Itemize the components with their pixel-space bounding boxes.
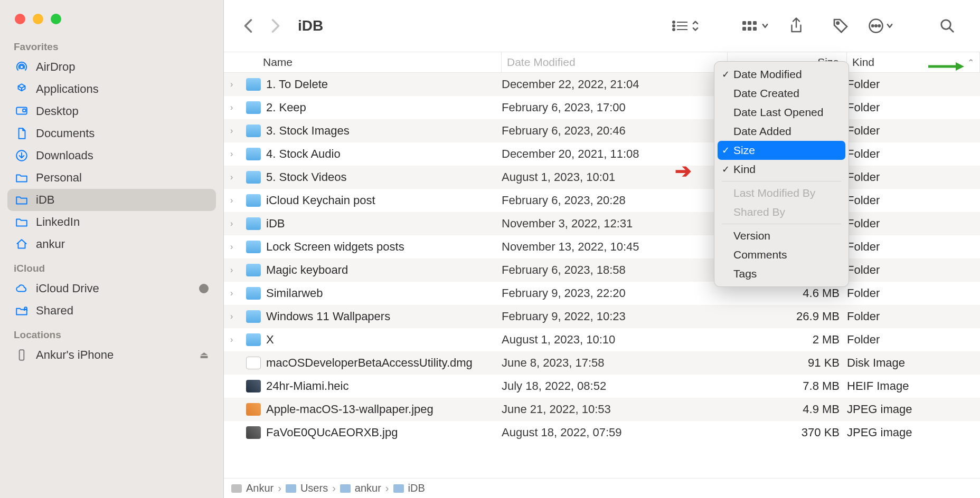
sidebar-item-icloud-drive[interactable]: iCloud Drive [7, 277, 216, 300]
sidebar-item-documents[interactable]: Documents [7, 122, 216, 145]
fullscreen-window-button[interactable] [51, 14, 61, 24]
file-row[interactable]: 24hr-Miami.heicJuly 18, 2022, 08:527.8 M… [224, 375, 980, 398]
menu-item-kind[interactable]: ✓Kind [718, 160, 845, 179]
sidebar-item-applications[interactable]: Applications [7, 78, 216, 100]
file-list[interactable]: ›1. To DeleteDecember 22, 2022, 21:049.9… [224, 73, 980, 478]
file-name: iCloud Keychain post [266, 194, 375, 207]
column-options-menu: ✓Date ModifiedDate CreatedDate Last Open… [714, 61, 849, 287]
file-row[interactable]: ›2. KeepFebruary 6, 2023, 17:00128 MBFol… [224, 96, 980, 119]
close-window-button[interactable] [15, 14, 25, 24]
disclosure-triangle-icon[interactable]: › [230, 149, 241, 159]
file-kind: Folder [847, 310, 980, 323]
disk-icon [231, 484, 242, 493]
path-segment[interactable]: iDB [393, 482, 425, 494]
file-row[interactable]: ›4. Stock AudioDecember 20, 2021, 11:081… [224, 142, 980, 166]
menu-separator [722, 224, 841, 224]
view-mode-switcher[interactable] [672, 18, 699, 33]
column-header-date-modified[interactable]: Date Modified [502, 52, 728, 72]
file-row[interactable]: ›3. Stock ImagesFebruary 6, 2023, 20:461… [224, 119, 980, 142]
menu-item-date-last-opened[interactable]: Date Last Opened [718, 103, 845, 122]
nav-forward-button[interactable] [267, 17, 284, 34]
file-date: June 8, 2023, 17:58 [502, 356, 728, 370]
nav-back-button[interactable] [240, 17, 257, 34]
file-name: Lock Screen widgets posts [266, 240, 404, 254]
column-header-name[interactable]: Name [224, 52, 502, 72]
group-by-button[interactable] [741, 19, 769, 33]
file-row[interactable]: macOSDeveloperBetaAccessUtility.dmgJune … [224, 351, 980, 375]
file-date: August 18, 2022, 07:59 [502, 426, 728, 439]
disclosure-triangle-icon[interactable]: › [230, 196, 241, 205]
sidebar-item-shared[interactable]: Shared [7, 300, 216, 322]
file-name: 3. Stock Images [266, 124, 350, 138]
file-name: 24hr-Miami.heic [266, 379, 349, 393]
sidebar-item-ankur-s-iphone[interactable]: Ankur's iPhone⏏ [7, 344, 216, 366]
sidebar-item-personal[interactable]: Personal [7, 167, 216, 189]
file-row[interactable]: ›XAugust 1, 2023, 10:102 MBFolder [224, 328, 980, 351]
sort-indicator-icon: ⌃ [967, 58, 974, 68]
disclosure-triangle-icon[interactable]: › [230, 335, 241, 344]
disclosure-triangle-icon[interactable]: › [230, 80, 241, 89]
menu-item-date-modified[interactable]: ✓Date Modified [718, 65, 845, 84]
sidebar-item-idb[interactable]: iDB [7, 189, 216, 211]
disclosure-triangle-icon[interactable]: › [230, 242, 241, 252]
menu-item-date-added[interactable]: Date Added [718, 122, 845, 141]
menu-item-comments[interactable]: Comments [718, 245, 845, 264]
desktop-icon [15, 104, 29, 118]
disclosure-triangle-icon[interactable]: › [230, 265, 241, 275]
file-size: 4.6 MB [728, 286, 847, 300]
folder-icon [246, 287, 261, 300]
tags-button[interactable] [829, 14, 852, 37]
folder-icon [246, 101, 261, 114]
menu-item-label: Comments [733, 248, 787, 261]
file-row[interactable]: ›iDBNovember 3, 2022, 12:3139.6 MBFolder [224, 212, 980, 235]
sidebar-item-downloads[interactable]: Downloads [7, 145, 216, 167]
file-row[interactable]: ›Windows 11 WallpapersFebruary 9, 2022, … [224, 305, 980, 328]
svg-point-7 [673, 25, 675, 27]
file-name: 5. Stock Videos [266, 170, 346, 184]
disclosure-triangle-icon[interactable]: › [230, 103, 241, 112]
menu-item-label: Tags [733, 267, 757, 280]
sidebar-item-ankur[interactable]: ankur [7, 233, 216, 255]
actions-button[interactable] [868, 18, 893, 34]
file-date: August 1, 2023, 10:01 [502, 170, 728, 184]
share-button[interactable] [785, 14, 808, 37]
file-row[interactable]: ›Lock Screen widgets postsNovember 13, 2… [224, 235, 980, 258]
svg-rect-17 [753, 27, 757, 31]
sidebar-item-linkedin[interactable]: LinkedIn [7, 211, 216, 233]
menu-item-size[interactable]: ✓Size [718, 141, 845, 160]
sidebar-item-desktop[interactable]: Desktop [7, 100, 216, 122]
menu-item-tags[interactable]: Tags [718, 264, 845, 283]
file-row[interactable]: ›iCloud Keychain postFebruary 6, 2023, 2… [224, 189, 980, 212]
svg-line-24 [949, 28, 953, 32]
path-segment[interactable]: Ankur [231, 482, 274, 494]
folder-icon [246, 148, 261, 160]
menu-item-version[interactable]: Version [718, 226, 845, 245]
search-button[interactable] [936, 14, 959, 37]
file-row[interactable]: Apple-macOS-13-wallpaper.jpegJune 21, 20… [224, 398, 980, 421]
menu-item-label: Last Modified By [733, 187, 815, 199]
toolbar: iDB [224, 0, 980, 52]
sidebar-item-label: iDB [36, 193, 54, 207]
eject-icon[interactable]: ⏏ [200, 349, 209, 361]
path-segment[interactable]: ankur [340, 482, 381, 494]
file-row[interactable]: ›1. To DeleteDecember 22, 2022, 21:049.9… [224, 73, 980, 96]
disclosure-triangle-icon[interactable]: › [230, 219, 241, 228]
disclosure-triangle-icon[interactable]: › [230, 173, 241, 182]
file-name: FaVoE0QUcAEORXB.jpg [266, 426, 398, 439]
sidebar-item-airdrop[interactable]: AirDrop [7, 56, 216, 78]
disclosure-triangle-icon[interactable]: › [230, 312, 241, 321]
disclosure-triangle-icon[interactable]: › [230, 126, 241, 136]
minimize-window-button[interactable] [33, 14, 43, 24]
airdrop-icon [15, 60, 29, 74]
file-row[interactable]: ›SimilarwebFebruary 9, 2023, 22:204.6 MB… [224, 282, 980, 305]
file-row[interactable]: ›5. Stock VideosAugust 1, 2023, 10:01572… [224, 166, 980, 189]
file-row[interactable]: FaVoE0QUcAEORXB.jpgAugust 18, 2022, 07:5… [224, 421, 980, 444]
menu-item-date-created[interactable]: Date Created [718, 84, 845, 103]
file-row[interactable]: ›Magic keyboardFebruary 6, 2023, 18:585.… [224, 258, 980, 282]
disclosure-triangle-icon[interactable]: › [230, 289, 241, 298]
svg-rect-12 [742, 21, 746, 25]
file-date: February 6, 2023, 18:58 [502, 263, 728, 277]
menu-item-label: Date Modified [733, 68, 802, 81]
checkmark-icon: ✓ [721, 69, 730, 80]
path-segment[interactable]: Users [286, 482, 328, 494]
